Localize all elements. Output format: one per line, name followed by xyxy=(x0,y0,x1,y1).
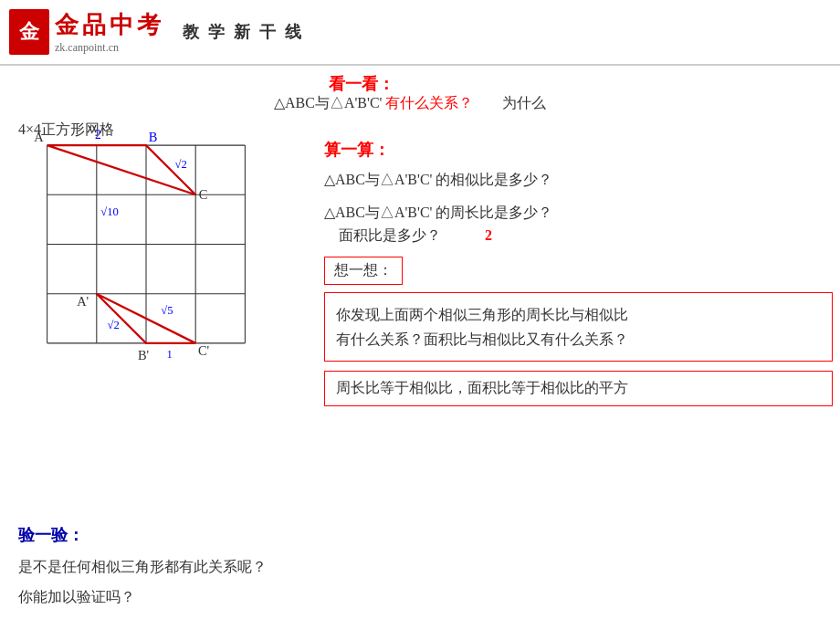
look-question-text: △ABC与△A'B'C' 有什么关系？ 为什么 xyxy=(274,95,546,110)
calc-q1: △ABC与△A'B'C' 的相似比是多少？ xyxy=(324,168,833,192)
svg-text:√2: √2 xyxy=(108,319,120,331)
svg-text:√2: √2 xyxy=(175,158,187,171)
answer-text: 周长比等于相似比，面积比等于相似比的平方 xyxy=(336,380,628,395)
look-question: △ABC与△A'B'C' 有什么关系？ 为什么 xyxy=(274,91,835,115)
svg-text:A': A' xyxy=(77,294,89,309)
svg-text:C: C xyxy=(199,187,208,202)
calc-section: 算一算： △ABC与△A'B'C' 的相似比是多少？ △ABC与△A'B'C' … xyxy=(324,139,833,247)
svg-text:A: A xyxy=(34,130,44,144)
svg-text:√5: √5 xyxy=(161,304,173,317)
calc-title: 算一算： xyxy=(324,139,833,161)
verify-title: 验一验： xyxy=(18,524,831,546)
nav-item-1: 教 xyxy=(183,21,199,43)
logo-sub-text: zk.canpoint.cn xyxy=(55,41,164,55)
svg-text:B': B' xyxy=(138,348,149,362)
think-content-box: 你发现上面两个相似三角形的周长比与相似比有什么关系？面积比与相似比又有什么关系？ xyxy=(324,292,833,362)
number-2: 2 xyxy=(485,227,492,243)
think-section: 想一想： 你发现上面两个相似三角形的周长比与相似比有什么关系？面积比与相似比又有… xyxy=(324,257,833,362)
logo-main-text: 金品中考 xyxy=(55,9,164,41)
logo-area: 金 金品中考 zk.canpoint.cn xyxy=(9,9,164,55)
nav-item-3: 新 xyxy=(234,21,250,43)
logo-icon: 金 xyxy=(9,9,49,55)
svg-text:C': C' xyxy=(198,343,209,358)
geometry-grid: A B C A' B' C' 2 √2 √10 √2 1 √5 xyxy=(18,121,274,376)
look-title-text: 看一看： xyxy=(329,75,394,93)
think-content-text: 你发现上面两个相似三角形的周长比与相似比有什么关系？面积比与相似比又有什么关系？ xyxy=(336,307,628,347)
logo-text: 金品中考 zk.canpoint.cn xyxy=(55,9,164,55)
nav-item-4: 干 xyxy=(259,21,276,43)
nav-item-2: 学 xyxy=(208,21,225,43)
svg-text:√10: √10 xyxy=(100,205,119,218)
verify-section: 验一验： 是不是任何相似三角形都有此关系呢？ 你能加以验证吗？ xyxy=(18,524,831,616)
svg-text:1: 1 xyxy=(167,348,173,361)
nav-item-5: 线 xyxy=(285,21,301,43)
right-panel: 算一算： △ABC与△A'B'C' 的相似比是多少？ △ABC与△A'B'C' … xyxy=(324,131,833,406)
svg-text:B: B xyxy=(149,130,158,144)
header-nav: 教 学 新 干 线 xyxy=(183,21,301,43)
calc-q2-q3: △ABC与△A'B'C' 的周长比是多少？ 面积比是多少？ 2 xyxy=(324,201,833,247)
svg-marker-10 xyxy=(47,145,196,194)
svg-text:2: 2 xyxy=(95,128,101,142)
verify-q2: 你能加以验证吗？ xyxy=(18,585,831,609)
main-content: 看一看： △ABC与△A'B'C' 有什么关系？ 为什么 4×4正方形网格 xyxy=(0,66,840,630)
header: 金 金品中考 zk.canpoint.cn 教 学 新 干 线 xyxy=(0,0,840,66)
left-panel: 4×4正方形网格 A B xyxy=(18,121,329,147)
think-box: 想一想： xyxy=(324,257,403,285)
verify-q1: 是不是任何相似三角形都有此关系呢？ xyxy=(18,555,831,579)
answer-box: 周长比等于相似比，面积比等于相似比的平方 xyxy=(324,371,833,406)
